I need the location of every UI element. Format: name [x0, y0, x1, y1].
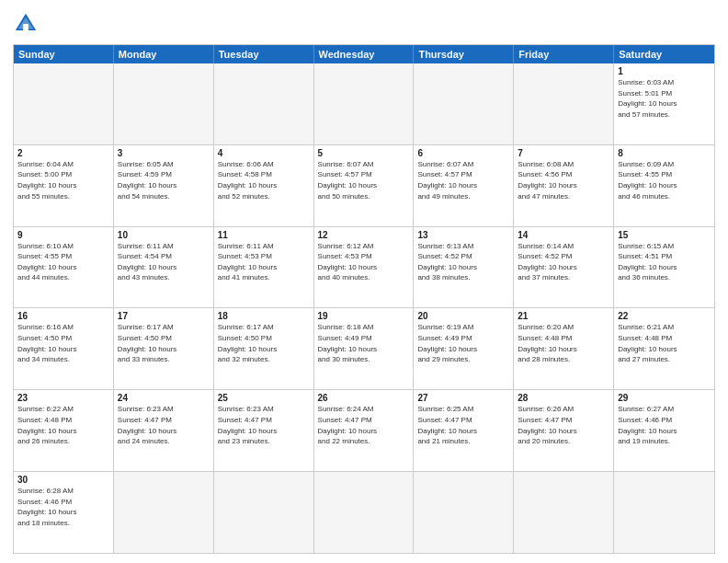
cal-day-14: 14Sunrise: 6:14 AM Sunset: 4:52 PM Dayli… [514, 227, 614, 308]
logo [13, 11, 42, 37]
cal-day-23: 23Sunrise: 6:22 AM Sunset: 4:48 PM Dayli… [14, 390, 114, 471]
day-info: Sunrise: 6:23 AM Sunset: 4:47 PM Dayligh… [118, 404, 210, 446]
svg-rect-2 [23, 24, 28, 30]
cal-day-18: 18Sunrise: 6:17 AM Sunset: 4:50 PM Dayli… [214, 308, 314, 389]
day-number: 4 [218, 148, 310, 158]
calendar-header: SundayMondayTuesdayWednesdayThursdayFrid… [14, 45, 714, 63]
day-number: 15 [618, 230, 711, 240]
logo-icon [13, 11, 39, 37]
cal-day-3: 3Sunrise: 6:05 AM Sunset: 4:59 PM Daylig… [114, 145, 214, 226]
day-number: 28 [518, 393, 609, 403]
day-info: Sunrise: 6:11 AM Sunset: 4:54 PM Dayligh… [118, 241, 210, 283]
cal-day-16: 16Sunrise: 6:16 AM Sunset: 4:50 PM Dayli… [14, 308, 114, 389]
cal-header-monday: Monday [114, 45, 214, 63]
cal-day-11: 11Sunrise: 6:11 AM Sunset: 4:53 PM Dayli… [214, 227, 314, 308]
day-info: Sunrise: 6:06 AM Sunset: 4:58 PM Dayligh… [218, 159, 310, 201]
cal-day-30: 30Sunrise: 6:28 AM Sunset: 4:46 PM Dayli… [14, 472, 114, 553]
cal-day-6: 6Sunrise: 6:07 AM Sunset: 4:57 PM Daylig… [414, 145, 514, 226]
day-info: Sunrise: 6:09 AM Sunset: 4:55 PM Dayligh… [618, 159, 711, 201]
cal-empty [114, 472, 214, 553]
day-number: 1 [618, 66, 711, 76]
cal-week-5: 23Sunrise: 6:22 AM Sunset: 4:48 PM Dayli… [14, 389, 714, 471]
day-info: Sunrise: 6:20 AM Sunset: 4:48 PM Dayligh… [518, 322, 609, 364]
day-info: Sunrise: 6:10 AM Sunset: 4:55 PM Dayligh… [17, 241, 109, 283]
day-number: 18 [218, 311, 310, 321]
cal-header-wednesday: Wednesday [314, 45, 415, 63]
day-number: 6 [417, 148, 509, 158]
day-number: 2 [17, 148, 109, 158]
cal-day-7: 7Sunrise: 6:08 AM Sunset: 4:56 PM Daylig… [514, 145, 614, 226]
cal-day-2: 2Sunrise: 6:04 AM Sunset: 5:00 PM Daylig… [14, 145, 114, 226]
day-info: Sunrise: 6:05 AM Sunset: 4:59 PM Dayligh… [118, 159, 210, 201]
day-info: Sunrise: 6:28 AM Sunset: 4:46 PM Dayligh… [17, 486, 109, 528]
day-info: Sunrise: 6:04 AM Sunset: 5:00 PM Dayligh… [17, 159, 109, 201]
day-number: 13 [417, 230, 509, 240]
day-number: 9 [17, 230, 109, 240]
day-info: Sunrise: 6:26 AM Sunset: 4:47 PM Dayligh… [518, 404, 609, 446]
cal-empty [314, 63, 415, 144]
cal-empty [514, 472, 614, 553]
cal-day-10: 10Sunrise: 6:11 AM Sunset: 4:54 PM Dayli… [114, 227, 214, 308]
day-info: Sunrise: 6:19 AM Sunset: 4:49 PM Dayligh… [417, 322, 509, 364]
day-number: 26 [318, 393, 410, 403]
day-info: Sunrise: 6:07 AM Sunset: 4:57 PM Dayligh… [318, 159, 410, 201]
cal-day-22: 22Sunrise: 6:21 AM Sunset: 4:48 PM Dayli… [614, 308, 714, 389]
day-info: Sunrise: 6:27 AM Sunset: 4:46 PM Dayligh… [618, 404, 711, 446]
day-number: 24 [118, 393, 210, 403]
cal-header-tuesday: Tuesday [214, 45, 314, 63]
calendar-body: 1Sunrise: 6:03 AM Sunset: 5:01 PM Daylig… [14, 63, 714, 553]
day-info: Sunrise: 6:12 AM Sunset: 4:53 PM Dayligh… [318, 241, 410, 283]
page: SundayMondayTuesdayWednesdayThursdayFrid… [0, 0, 728, 563]
day-info: Sunrise: 6:08 AM Sunset: 4:56 PM Dayligh… [518, 159, 609, 201]
cal-day-21: 21Sunrise: 6:20 AM Sunset: 4:48 PM Dayli… [514, 308, 614, 389]
day-number: 23 [17, 393, 109, 403]
day-info: Sunrise: 6:13 AM Sunset: 4:52 PM Dayligh… [417, 241, 509, 283]
cal-empty [214, 63, 314, 144]
day-number: 25 [218, 393, 310, 403]
day-number: 16 [17, 311, 109, 321]
cal-header-thursday: Thursday [414, 45, 514, 63]
cal-day-24: 24Sunrise: 6:23 AM Sunset: 4:47 PM Dayli… [114, 390, 214, 471]
day-info: Sunrise: 6:22 AM Sunset: 4:48 PM Dayligh… [17, 404, 109, 446]
day-number: 12 [318, 230, 410, 240]
cal-header-sunday: Sunday [14, 45, 114, 63]
cal-day-20: 20Sunrise: 6:19 AM Sunset: 4:49 PM Dayli… [414, 308, 514, 389]
header [13, 11, 715, 37]
day-info: Sunrise: 6:21 AM Sunset: 4:48 PM Dayligh… [618, 322, 711, 364]
cal-day-17: 17Sunrise: 6:17 AM Sunset: 4:50 PM Dayli… [114, 308, 214, 389]
day-info: Sunrise: 6:24 AM Sunset: 4:47 PM Dayligh… [318, 404, 410, 446]
cal-week-6: 30Sunrise: 6:28 AM Sunset: 4:46 PM Dayli… [14, 471, 714, 553]
day-number: 27 [417, 393, 509, 403]
cal-header-saturday: Saturday [614, 45, 714, 63]
cal-empty [214, 472, 314, 553]
day-number: 8 [618, 148, 711, 158]
cal-day-26: 26Sunrise: 6:24 AM Sunset: 4:47 PM Dayli… [314, 390, 415, 471]
day-info: Sunrise: 6:07 AM Sunset: 4:57 PM Dayligh… [417, 159, 509, 201]
cal-day-5: 5Sunrise: 6:07 AM Sunset: 4:57 PM Daylig… [314, 145, 415, 226]
day-info: Sunrise: 6:11 AM Sunset: 4:53 PM Dayligh… [218, 241, 310, 283]
cal-empty [314, 472, 415, 553]
cal-week-2: 2Sunrise: 6:04 AM Sunset: 5:00 PM Daylig… [14, 144, 714, 226]
cal-day-13: 13Sunrise: 6:13 AM Sunset: 4:52 PM Dayli… [414, 227, 514, 308]
cal-day-19: 19Sunrise: 6:18 AM Sunset: 4:49 PM Dayli… [314, 308, 415, 389]
cal-day-12: 12Sunrise: 6:12 AM Sunset: 4:53 PM Dayli… [314, 227, 415, 308]
cal-day-25: 25Sunrise: 6:23 AM Sunset: 4:47 PM Dayli… [214, 390, 314, 471]
day-number: 22 [618, 311, 711, 321]
cal-day-27: 27Sunrise: 6:25 AM Sunset: 4:47 PM Dayli… [414, 390, 514, 471]
cal-day-4: 4Sunrise: 6:06 AM Sunset: 4:58 PM Daylig… [214, 145, 314, 226]
day-info: Sunrise: 6:23 AM Sunset: 4:47 PM Dayligh… [218, 404, 310, 446]
cal-week-1: 1Sunrise: 6:03 AM Sunset: 5:01 PM Daylig… [14, 63, 714, 144]
day-info: Sunrise: 6:25 AM Sunset: 4:47 PM Dayligh… [417, 404, 509, 446]
day-info: Sunrise: 6:17 AM Sunset: 4:50 PM Dayligh… [218, 322, 310, 364]
cal-empty [614, 472, 714, 553]
cal-empty [14, 63, 114, 144]
cal-header-friday: Friday [514, 45, 614, 63]
day-info: Sunrise: 6:17 AM Sunset: 4:50 PM Dayligh… [118, 322, 210, 364]
day-number: 17 [118, 311, 210, 321]
day-number: 20 [417, 311, 509, 321]
cal-day-29: 29Sunrise: 6:27 AM Sunset: 4:46 PM Dayli… [614, 390, 714, 471]
cal-empty [414, 472, 514, 553]
cal-day-28: 28Sunrise: 6:26 AM Sunset: 4:47 PM Dayli… [514, 390, 614, 471]
day-number: 7 [518, 148, 609, 158]
cal-empty [414, 63, 514, 144]
